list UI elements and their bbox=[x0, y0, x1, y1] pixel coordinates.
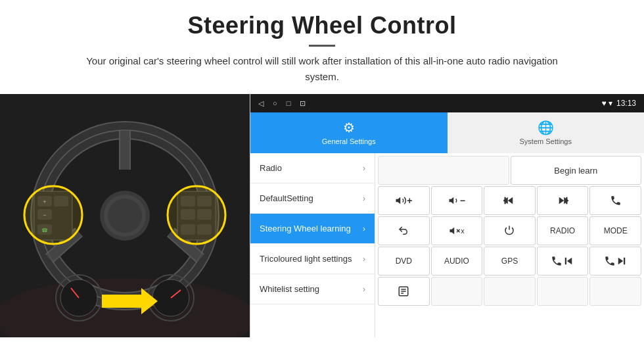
page-description: Your original car's steering wheel contr… bbox=[85, 53, 559, 85]
svg-point-36 bbox=[24, 186, 82, 244]
chevron-icon: › bbox=[363, 194, 365, 203]
status-bar: ◁ ○ □ ⊡ ♥ ▾ 13:13 bbox=[250, 94, 644, 112]
back-nav-icon[interactable]: ◁ bbox=[258, 99, 264, 108]
svg-marker-51 bbox=[567, 258, 572, 265]
menu-item-radio[interactable]: Radio › bbox=[250, 153, 375, 183]
tab-bar: ⚙ General Settings 🌐 System Settings bbox=[250, 112, 644, 153]
svg-rect-47 bbox=[566, 197, 567, 205]
phone-prev-button[interactable] bbox=[537, 247, 589, 276]
android-ui: ◁ ○ □ ⊡ ♥ ▾ 13:13 ⚙ General Settings 🌐 S… bbox=[250, 94, 644, 337]
tab-system-label: System Settings bbox=[520, 137, 572, 145]
menu-item-steering[interactable]: Steering Wheel learning › bbox=[250, 214, 375, 244]
title-divider bbox=[309, 45, 335, 47]
svg-rect-44 bbox=[505, 197, 506, 205]
next-track-button[interactable] bbox=[537, 186, 589, 215]
power-button[interactable] bbox=[484, 216, 536, 245]
phone-button[interactable] bbox=[589, 186, 641, 215]
system-settings-icon: 🌐 bbox=[538, 120, 554, 135]
svg-rect-52 bbox=[565, 258, 566, 265]
svg-marker-39 bbox=[396, 197, 401, 205]
gps-button[interactable]: GPS bbox=[484, 247, 536, 276]
back-button[interactable] bbox=[378, 216, 430, 245]
screenshot-nav-icon[interactable]: ⊡ bbox=[300, 99, 306, 108]
gps-label: GPS bbox=[501, 256, 518, 266]
vol-minus-symbol: − bbox=[460, 195, 465, 206]
menu-item-default[interactable]: DefaultSetting › bbox=[250, 183, 375, 214]
page-title: Steering Wheel Control bbox=[39, 12, 605, 39]
vol-plus-symbol: + bbox=[407, 195, 412, 206]
chevron-icon: › bbox=[363, 164, 365, 173]
empty-5 bbox=[589, 277, 641, 306]
begin-learn-button[interactable]: Begin learn bbox=[511, 156, 642, 185]
mute-x-symbol: x bbox=[461, 227, 465, 235]
svg-marker-41 bbox=[449, 197, 453, 205]
menu-item-tricoloured[interactable]: Tricoloured light settings › bbox=[250, 244, 375, 274]
mode-label: MODE bbox=[604, 226, 628, 235]
tab-general-label: General Settings bbox=[322, 137, 376, 145]
car-image-section: + − ☎ bbox=[0, 94, 250, 337]
empty-3 bbox=[484, 277, 536, 306]
chevron-icon: › bbox=[363, 224, 365, 233]
menu-item-whitelist[interactable]: Whitelist setting › bbox=[250, 274, 375, 304]
menu-and-controls: Radio › DefaultSetting › Steering Wheel … bbox=[250, 153, 644, 337]
audio-button[interactable]: AUDIO bbox=[431, 247, 483, 276]
main-content: + − ☎ bbox=[0, 94, 644, 337]
svg-point-37 bbox=[168, 186, 225, 244]
signal-icon: ♥ ▾ bbox=[602, 99, 612, 108]
radio-label: RADIO bbox=[550, 226, 575, 235]
list-button[interactable] bbox=[378, 277, 430, 306]
grid-row-4: DVD AUDIO GPS bbox=[378, 247, 641, 276]
general-settings-icon: ⚙ bbox=[343, 120, 355, 135]
chevron-icon: › bbox=[363, 285, 365, 294]
status-right: ♥ ▾ 13:13 bbox=[602, 99, 637, 108]
svg-rect-54 bbox=[624, 258, 625, 265]
skip-next-button[interactable] bbox=[589, 247, 641, 276]
nav-icons: ◁ ○ □ ⊡ bbox=[258, 99, 306, 108]
tab-general[interactable]: ⚙ General Settings bbox=[250, 112, 448, 153]
prev-track-button[interactable] bbox=[484, 186, 536, 215]
recent-nav-icon[interactable]: □ bbox=[287, 99, 291, 107]
menu-left: Radio › DefaultSetting › Steering Wheel … bbox=[250, 153, 375, 337]
grid-row-2: + − bbox=[378, 186, 641, 215]
svg-point-13 bbox=[108, 199, 142, 233]
tab-system[interactable]: 🌐 System Settings bbox=[448, 112, 645, 153]
mute-button[interactable]: x bbox=[431, 216, 483, 245]
empty-4 bbox=[537, 277, 589, 306]
svg-marker-53 bbox=[618, 258, 623, 265]
audio-label: AUDIO bbox=[444, 256, 469, 266]
empty-2 bbox=[431, 277, 483, 306]
dvd-button[interactable]: DVD bbox=[378, 247, 430, 276]
mode-button[interactable]: MODE bbox=[589, 216, 641, 245]
grid-row-5 bbox=[378, 277, 641, 306]
svg-marker-45 bbox=[559, 197, 564, 205]
vol-down-button[interactable]: − bbox=[431, 186, 483, 215]
empty-slot-1 bbox=[378, 156, 509, 185]
grid-row-1: Begin learn bbox=[378, 156, 641, 185]
radio-button[interactable]: RADIO bbox=[537, 216, 589, 245]
vol-up-button[interactable]: + bbox=[378, 186, 430, 215]
chevron-icon: › bbox=[363, 254, 365, 264]
page-header: Steering Wheel Control Your original car… bbox=[0, 0, 644, 94]
dvd-label: DVD bbox=[396, 256, 412, 266]
time-display: 13:13 bbox=[616, 99, 636, 108]
home-nav-icon[interactable]: ○ bbox=[273, 99, 277, 107]
grid-row-3: x RADIO MODE bbox=[378, 216, 641, 245]
control-grid: Begin learn + bbox=[375, 153, 644, 337]
svg-marker-42 bbox=[508, 197, 513, 205]
svg-marker-48 bbox=[450, 228, 455, 235]
